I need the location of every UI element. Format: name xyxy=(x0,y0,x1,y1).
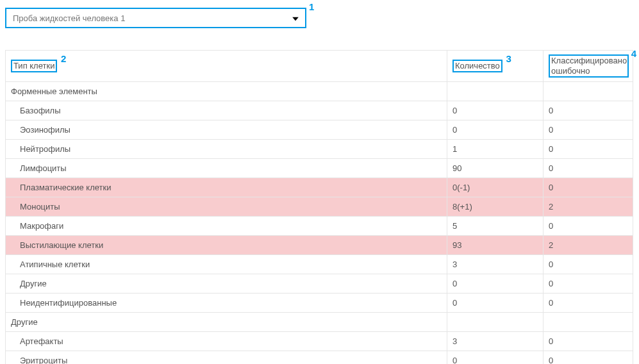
table-body: Форменные элементыБазофилы00Эозинофилы00… xyxy=(6,82,633,365)
callout-3: 3 xyxy=(506,53,511,64)
callout-2: 2 xyxy=(61,53,66,64)
cell-err-value: 0 xyxy=(549,125,553,135)
cell-err: 0 xyxy=(544,294,633,313)
cell-type: Плазматические клетки xyxy=(6,178,447,197)
cell-type-label: Нейтрофилы xyxy=(20,144,71,154)
chevron-down-icon xyxy=(292,13,299,23)
cell-err-value: 2 xyxy=(549,240,553,250)
cell-type-label: Атипичные клетки xyxy=(20,260,90,269)
table-row[interactable]: Неидентифицированные00 xyxy=(6,294,633,313)
cell-type: Другие xyxy=(6,274,447,294)
cell-qty: 5 xyxy=(447,217,544,236)
cell-type: Макрофаги xyxy=(6,217,447,236)
cell-qty-value: 5 xyxy=(452,221,457,231)
cell-qty: 93 xyxy=(447,236,544,255)
cell-qty: 90 xyxy=(447,159,544,178)
table-row[interactable]: Базофилы00 xyxy=(6,101,633,120)
cell-qty xyxy=(447,313,544,332)
cell-type: Выстилающие клетки xyxy=(6,236,447,255)
cell-type-label: Неидентифицированные xyxy=(20,298,117,308)
cell-err-value: 0 xyxy=(549,298,553,308)
table-row[interactable]: Выстилающие клетки932 xyxy=(6,236,633,255)
col-header-type[interactable]: Тип клетки 2 xyxy=(6,51,447,82)
cell-classification-table: Тип клетки 2 Количество 3 Классифицирова… xyxy=(5,50,633,364)
cell-type: Другие xyxy=(6,313,447,332)
cell-type: Эозинофилы xyxy=(6,120,447,140)
cell-type-label: Форменные элементы xyxy=(11,87,97,96)
cell-qty-value: 0 xyxy=(452,356,457,364)
cell-err: 0 xyxy=(544,332,633,351)
cell-qty-value: 93 xyxy=(452,240,461,250)
cell-qty: 3 xyxy=(447,332,544,351)
cell-err-value: 0 xyxy=(549,144,553,154)
cell-qty: 0(-1) xyxy=(447,178,544,197)
cell-err: 0 xyxy=(544,274,633,294)
cell-err: 0 xyxy=(544,140,633,159)
cell-type: Нейтрофилы xyxy=(6,140,447,159)
callout-4: 4 xyxy=(631,48,636,59)
cell-qty-value: 0 xyxy=(452,106,457,115)
table-header-row: Тип клетки 2 Количество 3 Классифицирова… xyxy=(6,51,633,82)
cell-type-label: Моноциты xyxy=(20,202,60,211)
cell-type-label: Выстилающие клетки xyxy=(20,240,103,250)
cell-type-label: Лимфоциты xyxy=(20,163,67,173)
cell-err-value: 0 xyxy=(549,260,553,269)
cell-qty-value: 0 xyxy=(452,298,457,308)
cell-qty-value: 1 xyxy=(452,144,457,154)
cell-type-label: Макрофаги xyxy=(20,221,63,231)
table-row[interactable]: Макрофаги50 xyxy=(6,217,633,236)
cell-type: Лимфоциты xyxy=(6,159,447,178)
sample-select-wrap: Проба жидкостей человека 1 1 xyxy=(5,8,306,28)
cell-type: Форменные элементы xyxy=(6,82,447,101)
cell-err: 0 xyxy=(544,351,633,365)
cell-err xyxy=(544,313,633,332)
table-row[interactable]: Эритроциты00 xyxy=(6,351,633,365)
sample-select[interactable]: Проба жидкостей человека 1 xyxy=(5,8,306,28)
cell-err: 0 xyxy=(544,120,633,140)
table-row[interactable]: Артефакты30 xyxy=(6,332,633,351)
cell-err: 2 xyxy=(544,236,633,255)
cell-qty-value: 3 xyxy=(452,336,457,346)
cell-type-label: Плазматические клетки xyxy=(20,183,112,192)
cell-err xyxy=(544,82,633,101)
cell-err: 2 xyxy=(544,197,633,217)
cell-err-value: 0 xyxy=(549,279,553,288)
cell-qty: 0 xyxy=(447,120,544,140)
cell-qty: 1 xyxy=(447,140,544,159)
cell-qty-value: 0 xyxy=(452,279,457,288)
cell-qty xyxy=(447,82,544,101)
cell-err: 0 xyxy=(544,178,633,197)
col-header-err-label: Классифицировано ошибочно xyxy=(549,54,629,78)
cell-type: Неидентифицированные xyxy=(6,294,447,313)
table-row[interactable]: Атипичные клетки30 xyxy=(6,255,633,274)
cell-err-value: 0 xyxy=(549,106,553,115)
col-header-qty[interactable]: Количество 3 xyxy=(447,51,544,82)
cell-qty: 8(+1) xyxy=(447,197,544,217)
table-row[interactable]: Другие00 xyxy=(6,274,633,294)
cell-type-label: Эозинофилы xyxy=(20,125,71,135)
cell-qty: 0 xyxy=(447,294,544,313)
callout-1: 1 xyxy=(309,1,314,12)
cell-err-value: 0 xyxy=(549,163,553,173)
table-row[interactable]: Другие xyxy=(6,313,633,332)
cell-type: Моноциты xyxy=(6,197,447,217)
cell-err-value: 0 xyxy=(549,336,553,346)
cell-qty: 3 xyxy=(447,255,544,274)
table-row[interactable]: Нейтрофилы10 xyxy=(6,140,633,159)
table-row[interactable]: Форменные элементы xyxy=(6,82,633,101)
table-row[interactable]: Эозинофилы00 xyxy=(6,120,633,140)
col-header-err[interactable]: Классифицировано ошибочно 4 xyxy=(544,51,633,82)
table-row[interactable]: Лимфоциты900 xyxy=(6,159,633,178)
cell-qty-value: 90 xyxy=(452,163,461,173)
cell-type: Эритроциты xyxy=(6,351,447,365)
cell-err-value: 0 xyxy=(549,356,553,364)
cell-qty-value: 0(-1) xyxy=(452,183,470,192)
cell-qty: 0 xyxy=(447,274,544,294)
cell-err-value: 0 xyxy=(549,183,553,192)
table-row[interactable]: Плазматические клетки0(-1)0 xyxy=(6,178,633,197)
table-row[interactable]: Моноциты8(+1)2 xyxy=(6,197,633,217)
cell-err: 0 xyxy=(544,217,633,236)
cell-err: 0 xyxy=(544,255,633,274)
cell-type-label: Другие xyxy=(11,317,38,327)
cell-qty-value: 0 xyxy=(452,125,457,135)
